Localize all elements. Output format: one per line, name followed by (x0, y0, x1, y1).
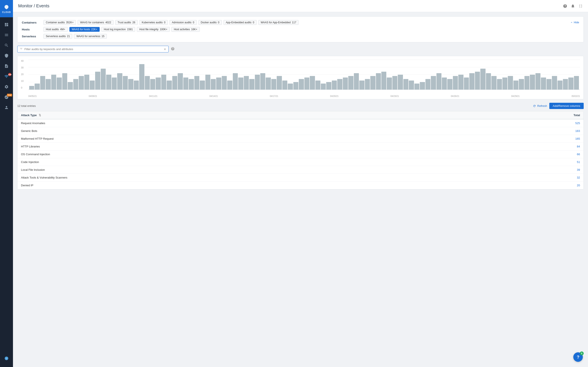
chart-bar (222, 76, 227, 90)
chart-bar (139, 64, 144, 90)
logo-text: CLOUD (2, 11, 11, 13)
chart-bar (381, 72, 386, 90)
sidebar-item-monitor[interactable]: 1888 (0, 71, 13, 82)
chart-bar (117, 73, 122, 90)
notification-icon[interactable] (571, 4, 575, 8)
chart-bar (376, 73, 381, 90)
table-row[interactable]: Code Injection 51 (17, 158, 583, 166)
tag-host-file-integrity[interactable]: Host file integrity 100K+ (137, 27, 170, 32)
hide-button[interactable]: Hide (570, 20, 579, 24)
trial-badge: Trial (7, 94, 12, 97)
chart-bar (227, 81, 232, 90)
chart-bar (365, 79, 370, 90)
containers-row: Containers Container audits 352K+WAAS fo… (22, 20, 579, 25)
chart-bar (84, 75, 89, 90)
table-row[interactable]: Request Anomalies 525 (17, 119, 583, 127)
table-row[interactable]: HTTP Libraries 84 (17, 143, 583, 150)
chart-bar (359, 81, 364, 90)
tag-waas-for-containers[interactable]: WAAS for containers 4022 (78, 20, 113, 25)
chart-bar (79, 76, 84, 90)
tag-host-activities[interactable]: Host activities 16K+ (172, 27, 199, 32)
total-cell[interactable]: 84 (469, 143, 583, 150)
chart-bar (436, 73, 441, 90)
header-actions (563, 4, 583, 8)
tag-admission-audits[interactable]: Admission audits 0 (170, 20, 197, 25)
help-fab[interactable]: ? 6 (573, 352, 583, 362)
help-icon[interactable] (563, 4, 567, 8)
chart-x-labels: 04/05/2104/08/2104/11/2104/14/2104/17/21… (28, 94, 580, 97)
total-cell[interactable]: 183 (469, 127, 583, 135)
sidebar-item-reports[interactable] (0, 61, 13, 71)
chart-bar (249, 79, 254, 90)
chart-bar (271, 79, 276, 90)
sidebar-item-settings[interactable] (0, 82, 13, 92)
add-remove-columns-button[interactable]: Add/Remove columns (549, 103, 584, 109)
table-row[interactable]: Generic Bots 183 (17, 127, 583, 135)
total-column-header: Total (469, 111, 583, 119)
app-logo[interactable]: CLOUD (0, 0, 13, 17)
tag-waas-for-hosts[interactable]: WAAS for hosts 22K+ (69, 27, 100, 32)
total-cell[interactable]: 525 (469, 119, 583, 127)
chart-bar (123, 76, 128, 90)
hosts-label: Hosts (22, 27, 43, 31)
chart-bar (541, 77, 546, 90)
sort-icon: ⇅ (39, 114, 41, 117)
chart-bars (28, 59, 580, 90)
chart-bar (574, 76, 579, 90)
sidebar-item-search[interactable] (0, 40, 13, 50)
chart-bar (431, 76, 436, 90)
table-row[interactable]: OS Command Injection 66 (17, 150, 583, 158)
tag-waas-for-serverless[interactable]: WAAS for serverless 15 (74, 34, 107, 39)
tag-serverless-audits[interactable]: Serverless audits 21 (43, 34, 72, 39)
chart-bar (425, 79, 430, 90)
sidebar-item-users[interactable] (0, 102, 13, 113)
total-cell[interactable]: 66 (469, 150, 583, 158)
sidebar-item-security[interactable] (0, 50, 13, 61)
tag-docker-audits[interactable]: Docker audits 0 (199, 20, 222, 25)
sidebar-item-scan[interactable]: Trial (0, 92, 13, 102)
chart-bar (95, 72, 100, 90)
total-cell[interactable]: 165 (469, 135, 583, 143)
help-fab-badge: 6 (580, 351, 584, 355)
main-content: Monitor / Events Containers Container au… (13, 0, 588, 367)
filter-icon (20, 47, 23, 51)
refresh-button[interactable]: Refresh (533, 104, 547, 108)
chart-bar (112, 77, 117, 90)
tag-host-log-inspection[interactable]: Host log inspection 1581 (101, 27, 135, 32)
chart-bar (453, 76, 458, 90)
total-cell[interactable]: 39 (469, 166, 583, 174)
tag-trust-audits[interactable]: Trust audits 26 (115, 20, 138, 25)
chart-bar (299, 79, 304, 90)
chart-bar (398, 75, 403, 90)
total-cell[interactable]: 20 (469, 182, 583, 189)
table-row[interactable]: Local File Inclusion 39 (17, 166, 583, 174)
sidebar-item-menu[interactable] (0, 30, 13, 40)
tag-waas-for-app-embedded[interactable]: WAAS for App-Embedded 117 (258, 20, 299, 25)
chart-area: 403020100 (21, 59, 580, 94)
tag-app-embedded-audits[interactable]: App-Embedded audits 0 (224, 20, 257, 25)
chart-bar (420, 82, 425, 90)
search-input[interactable] (25, 48, 164, 51)
sidebar-item-user-account[interactable]: U (4, 353, 9, 364)
chart-bar (491, 76, 496, 90)
search-help-icon[interactable] (171, 47, 175, 51)
attack-type-column-header[interactable]: Attack Type ⇅ (17, 111, 469, 119)
search-clear-icon[interactable]: ✕ (164, 48, 166, 51)
tag-kubernetes-audits[interactable]: Kubernetes audits 0 (139, 20, 168, 25)
chart-bar (200, 81, 205, 90)
page-title: Monitor / Events (18, 3, 50, 8)
total-cell[interactable]: 51 (469, 158, 583, 166)
chart-bar (304, 77, 309, 90)
chart-bar (282, 81, 287, 90)
total-entries: 12 total entries (17, 104, 36, 108)
tag-container-audits[interactable]: Container audits 352K+ (43, 20, 76, 25)
expand-icon[interactable] (579, 4, 583, 8)
tag-host-audits[interactable]: Host audits 4M+ (43, 27, 68, 32)
chart-bar (332, 81, 337, 90)
table-row[interactable]: Denied IP 20 (17, 182, 583, 189)
total-cell[interactable]: 32 (469, 174, 583, 182)
serverless-label: Serverless (22, 34, 43, 38)
sidebar-item-dashboard[interactable] (0, 19, 13, 30)
table-row[interactable]: Malformed HTTP Request 165 (17, 135, 583, 143)
table-row[interactable]: Attack Tools & Vulnerability Scanners 32 (17, 174, 583, 182)
